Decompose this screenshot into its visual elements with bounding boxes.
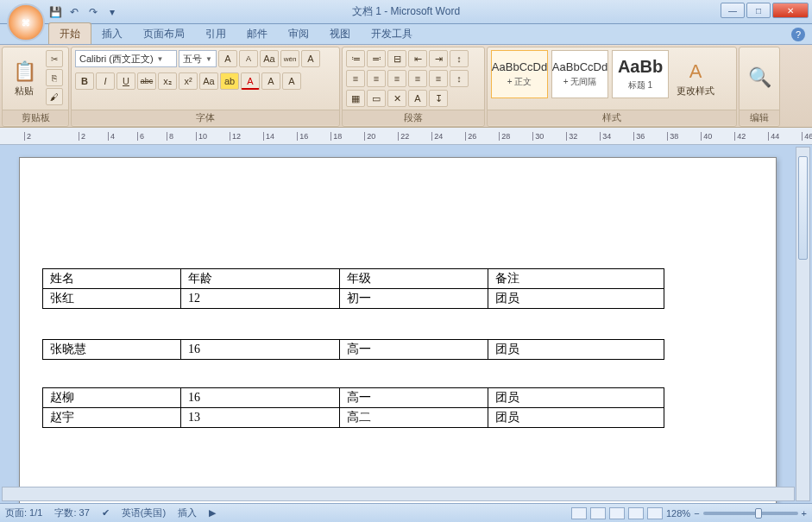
table-cell[interactable]: 团员 xyxy=(488,289,664,309)
maximize-button[interactable]: □ xyxy=(746,3,771,18)
close-button[interactable]: ✕ xyxy=(772,3,809,18)
save-icon[interactable]: 💾 xyxy=(48,5,62,19)
tab-insert[interactable]: 插入 xyxy=(91,23,133,44)
numbering-button[interactable]: ≕ xyxy=(367,50,386,67)
font-family-combo[interactable]: Calibri (西文正文)▼ xyxy=(75,50,177,67)
zoom-in-button[interactable]: + xyxy=(802,508,807,519)
change-styles-button[interactable]: A更改样式 xyxy=(672,50,719,107)
para-b-button[interactable]: ↧ xyxy=(429,90,448,107)
format-painter-button[interactable]: 🖌 xyxy=(46,88,63,105)
font-color-button[interactable]: A xyxy=(241,72,260,90)
table-cell[interactable]: 团员 xyxy=(488,388,664,408)
ruler[interactable]: 2246810121416182022242628303234363840424… xyxy=(0,128,812,145)
italic-button[interactable]: I xyxy=(96,72,115,90)
doc-table-3[interactable]: 赵柳16高一团员赵宇13高二团员 xyxy=(42,387,664,428)
view-draft-button[interactable] xyxy=(647,507,663,519)
table-cell[interactable]: 高二 xyxy=(340,408,488,428)
align-left-button[interactable]: ≡ xyxy=(346,70,365,87)
tab-home[interactable]: 开始 xyxy=(48,22,91,44)
tab-developer[interactable]: 开发工具 xyxy=(361,23,423,44)
help-icon[interactable]: ? xyxy=(791,28,805,41)
view-web-button[interactable] xyxy=(609,507,625,519)
indent-dec-button[interactable]: ⇤ xyxy=(408,50,427,67)
bullets-button[interactable]: ≔ xyxy=(346,50,365,67)
tab-view[interactable]: 视图 xyxy=(319,23,361,44)
status-macro-icon[interactable]: ▶ xyxy=(209,507,216,519)
align-justify-button[interactable]: ≡ xyxy=(408,70,427,87)
view-fullscreen-button[interactable] xyxy=(590,507,606,519)
changecase-button[interactable]: Aa xyxy=(199,72,218,90)
vertical-scrollbar[interactable] xyxy=(796,147,810,501)
sort-button[interactable]: ↕ xyxy=(450,50,469,67)
zoom-level[interactable]: 128% xyxy=(666,508,690,519)
cut-button[interactable]: ✂ xyxy=(46,50,63,67)
grow-font-button[interactable]: A xyxy=(218,50,237,67)
shrink-font-button[interactable]: A xyxy=(239,50,258,67)
align-right-button[interactable]: ≡ xyxy=(387,70,406,87)
table-cell[interactable]: 姓名 xyxy=(43,269,181,289)
underline-button[interactable]: U xyxy=(116,72,135,90)
style-heading1[interactable]: AaBb标题 1 xyxy=(612,50,669,98)
tab-review[interactable]: 审阅 xyxy=(278,23,319,44)
scrollbar-thumb[interactable] xyxy=(798,156,808,260)
tab-pagelayout[interactable]: 页面布局 xyxy=(133,23,195,44)
table-cell[interactable]: 13 xyxy=(181,408,340,428)
zoom-out-button[interactable]: − xyxy=(694,508,699,519)
table-cell[interactable]: 赵宇 xyxy=(43,408,181,428)
clear-format-button[interactable]: Aa xyxy=(260,50,279,67)
highlight-button[interactable]: ab xyxy=(220,72,239,90)
char-box-button[interactable]: A xyxy=(261,72,280,90)
status-words[interactable]: 字数: 37 xyxy=(54,506,89,519)
table-cell[interactable]: 初一 xyxy=(340,289,488,309)
horizontal-scrollbar[interactable] xyxy=(2,487,795,501)
minimize-button[interactable]: — xyxy=(721,3,745,18)
table-cell[interactable]: 16 xyxy=(181,388,340,408)
redo-icon[interactable]: ↷ xyxy=(86,5,100,19)
status-language[interactable]: 英语(美国) xyxy=(122,506,166,519)
superscript-button[interactable]: x² xyxy=(179,72,198,90)
view-print-button[interactable] xyxy=(571,507,587,519)
zoom-slider[interactable] xyxy=(703,512,798,515)
bold-button[interactable]: B xyxy=(75,72,94,90)
page[interactable]: 姓名年龄年级备注张红12初一团员 张晓慧16高一团员 赵柳16高一团员赵宇13高… xyxy=(19,157,777,503)
align-center-button[interactable]: ≡ xyxy=(367,70,386,87)
status-page[interactable]: 页面: 1/1 xyxy=(5,506,42,519)
para-a-button[interactable]: A xyxy=(408,90,427,107)
doc-table-1[interactable]: 姓名年龄年级备注张红12初一团员 xyxy=(42,268,664,309)
strike-button[interactable]: abc xyxy=(137,72,156,90)
paste-button[interactable]: 📋粘贴 xyxy=(6,50,42,107)
font-size-combo[interactable]: 五号▼ xyxy=(179,50,217,67)
editing-button[interactable]: 🔍 xyxy=(743,50,776,107)
status-proof-icon[interactable]: ✔ xyxy=(102,507,110,519)
tab-references[interactable]: 引用 xyxy=(195,23,236,44)
table-cell[interactable]: 16 xyxy=(181,340,340,360)
table-cell[interactable]: 张红 xyxy=(43,289,181,309)
status-mode[interactable]: 插入 xyxy=(178,506,197,519)
table-cell[interactable]: 张晓慧 xyxy=(43,340,181,360)
zoom-thumb[interactable] xyxy=(755,508,762,519)
table-cell[interactable]: 团员 xyxy=(488,408,664,428)
office-button[interactable]: ⌘ xyxy=(7,3,45,41)
table-cell[interactable]: 年级 xyxy=(340,269,488,289)
qat-more-icon[interactable]: ▾ xyxy=(105,5,119,19)
phonetic-button[interactable]: wén xyxy=(280,50,299,67)
subscript-button[interactable]: x₂ xyxy=(158,72,177,90)
undo-icon[interactable]: ↶ xyxy=(67,5,81,19)
copy-button[interactable]: ⎘ xyxy=(46,69,63,86)
para-x-button[interactable]: ✕ xyxy=(387,90,406,107)
multilevel-button[interactable]: ⊟ xyxy=(387,50,406,67)
table-cell[interactable]: 团员 xyxy=(488,340,664,360)
char-circle-button[interactable]: A xyxy=(282,72,301,90)
line-spacing-button[interactable]: ↕ xyxy=(450,70,469,87)
table-cell[interactable]: 备注 xyxy=(488,269,664,289)
table-cell[interactable]: 12 xyxy=(181,289,340,309)
indent-inc-button[interactable]: ⇥ xyxy=(429,50,448,67)
table-cell[interactable]: 高一 xyxy=(340,340,488,360)
view-outline-button[interactable] xyxy=(628,507,644,519)
table-cell[interactable]: 年龄 xyxy=(181,269,340,289)
shading-button[interactable]: ▦ xyxy=(346,90,365,107)
table-cell[interactable]: 高一 xyxy=(340,388,488,408)
style-normal[interactable]: AaBbCcDd+ 正文 xyxy=(491,50,548,98)
doc-table-2[interactable]: 张晓慧16高一团员 xyxy=(42,339,664,360)
borders-button[interactable]: ▭ xyxy=(367,90,386,107)
